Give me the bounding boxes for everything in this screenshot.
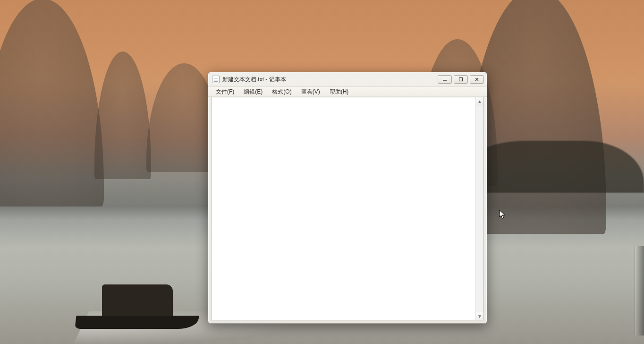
text-editor[interactable] — [212, 97, 475, 320]
minimize-icon — [442, 77, 447, 82]
chevron-up-icon: ▲ — [477, 99, 482, 104]
notepad-icon — [212, 76, 220, 83]
svg-rect-1 — [459, 78, 463, 81]
close-icon — [475, 77, 479, 82]
vertical-scrollbar[interactable]: ▲ ▼ — [475, 97, 483, 320]
menu-view[interactable]: 查看(V) — [297, 87, 325, 97]
wallpaper-decoration — [0, 0, 104, 206]
minimize-button[interactable] — [438, 75, 452, 84]
side-panel-handle[interactable] — [635, 246, 644, 335]
scroll-up-button[interactable]: ▲ — [476, 97, 483, 105]
menu-file[interactable]: 文件(F) — [211, 87, 239, 97]
maximize-button[interactable] — [454, 75, 468, 84]
maximize-icon — [458, 77, 463, 82]
menubar: 文件(F) 编辑(E) 格式(O) 查看(V) 帮助(H) — [208, 86, 487, 97]
titlebar[interactable]: 新建文本文档.txt - 记事本 — [208, 72, 487, 86]
wallpaper-decoration — [94, 52, 151, 179]
editor-client-area: ▲ ▼ — [211, 97, 484, 320]
scroll-down-button[interactable]: ▼ — [476, 312, 483, 320]
menu-help[interactable]: 帮助(H) — [325, 87, 354, 97]
close-button[interactable] — [470, 75, 484, 84]
notepad-window[interactable]: 新建文本文档.txt - 记事本 文件(F) 编辑(E) 格式(O) 查看(V)… — [208, 72, 487, 324]
wallpaper-decoration — [76, 277, 198, 329]
menu-edit[interactable]: 编辑(E) — [239, 87, 267, 97]
chevron-down-icon: ▼ — [477, 314, 482, 319]
window-title: 新建文本文档.txt - 记事本 — [222, 76, 435, 84]
window-controls — [438, 75, 484, 84]
menu-format[interactable]: 格式(O) — [267, 87, 296, 97]
